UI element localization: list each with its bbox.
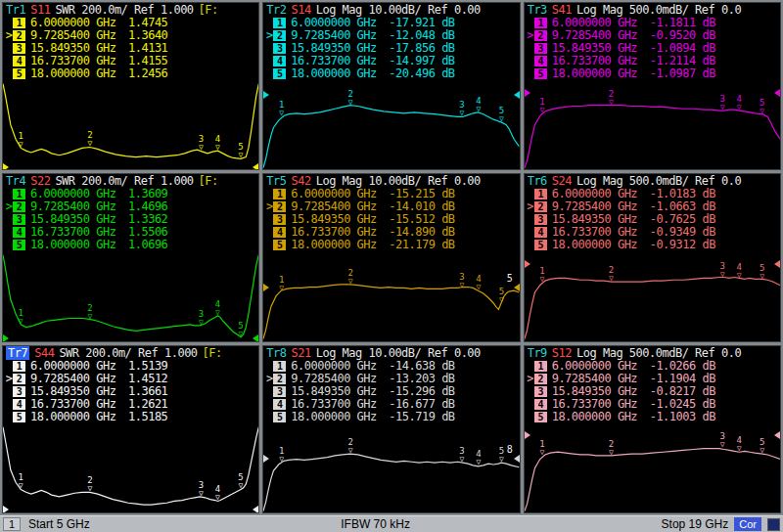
marker-frequency: 9.7285400 GHz bbox=[552, 373, 650, 385]
trace-parameter: S21 bbox=[292, 346, 311, 360]
plot-area: 1▽2▽3▽4▽5▽ bbox=[3, 80, 258, 169]
trace-curve bbox=[3, 251, 258, 340]
trace-parameter: S14 bbox=[292, 3, 311, 17]
marker-row: 518.000000 GHz-21.179 dB bbox=[263, 239, 519, 251]
trace-id: Tr7 bbox=[6, 346, 29, 360]
trace-panel: Tr1S11SWR 200.0m/ Ref 1.000[F: 16.000000… bbox=[2, 2, 259, 170]
marker-number-chip: 4 bbox=[273, 227, 286, 238]
marker-value: -15.719 dB bbox=[389, 411, 454, 423]
trace-suffix: [F: bbox=[199, 174, 218, 188]
marker-frequency: 6.0000000 GHz bbox=[552, 360, 650, 373]
marker-number-chip: 5 bbox=[13, 240, 25, 250]
marker-number-chip: 4 bbox=[534, 56, 547, 66]
trace-number-edge-label: 8 bbox=[507, 445, 513, 455]
marker-row: 315.849350 GHz-15.296 dB bbox=[263, 385, 519, 398]
marker-value: -0.8217 dB bbox=[650, 385, 715, 398]
active-marker-indicator: > bbox=[5, 200, 13, 213]
trace-scale: SWR 200.0m/ Ref 1.000 bbox=[59, 346, 197, 360]
trace-panel: Tr4S22SWR 200.0m/ Ref 1.000[F: 16.000000… bbox=[2, 173, 259, 341]
trace-title[interactable]: Tr1S11SWR 200.0m/ Ref 1.000[F: bbox=[3, 3, 258, 17]
ref-level-arrow-left-icon bbox=[263, 284, 269, 291]
marker-table: 16.0000000 GHz-1.0183 dB>29.7285400 GHz-… bbox=[525, 188, 780, 251]
marker-value: 1.3661 bbox=[128, 385, 167, 398]
marker-frequency: 6.0000000 GHz bbox=[291, 360, 389, 373]
marker-frequency: 16.733700 GHz bbox=[552, 398, 650, 411]
marker-row: 16.0000000 GHz1.5139 bbox=[3, 360, 258, 373]
ref-level-arrow-left-icon bbox=[525, 260, 530, 268]
trace-title[interactable]: Tr2S14Log Mag 10.00dB/ Ref 0.00 bbox=[263, 3, 519, 17]
trace-curve bbox=[263, 251, 519, 340]
ref-level-arrow-right-icon bbox=[514, 455, 520, 463]
trace-parameter: S12 bbox=[552, 346, 572, 360]
marker-row: 416.733700 GHz1.2621 bbox=[3, 398, 258, 411]
correction-badge[interactable]: Cor bbox=[734, 517, 761, 531]
trace-title[interactable]: Tr4S22SWR 200.0m/ Ref 1.000[F: bbox=[3, 174, 258, 188]
marker-value: 1.5185 bbox=[128, 411, 167, 423]
trace-title[interactable]: Tr7S44SWR 200.0m/ Ref 1.000[F: bbox=[3, 346, 258, 360]
marker-value: -14.638 dB bbox=[389, 360, 454, 373]
ref-level-arrow-right-icon bbox=[774, 431, 780, 439]
marker-row: 518.000000 GHz1.5185 bbox=[3, 411, 258, 423]
ref-level-arrow-left-icon bbox=[263, 455, 269, 463]
trace-panel: Tr6S24Log Mag 500.0mdB/ Ref 0.0 16.00000… bbox=[524, 173, 781, 341]
marker-number-chip: 5 bbox=[534, 412, 547, 422]
ref-level-arrow-left-icon bbox=[3, 506, 9, 513]
active-marker-indicator: > bbox=[265, 373, 273, 385]
marker-value: -1.0987 dB bbox=[650, 67, 715, 80]
marker-number-chip: 2 bbox=[13, 30, 25, 41]
trace-panel: Tr2S14Log Mag 10.00dB/ Ref 0.00 16.00000… bbox=[262, 2, 520, 170]
ifbw-label[interactable]: IFBW 70 kHz bbox=[90, 517, 662, 531]
marker-value: 1.2456 bbox=[128, 67, 167, 80]
trace-title[interactable]: Tr3S41Log Mag 500.0mdB/ Ref 0.0 bbox=[525, 3, 780, 17]
stop-frequency-label[interactable]: Stop 19 GHz bbox=[662, 517, 729, 531]
marker-number-chip: 1 bbox=[273, 189, 286, 200]
marker-value: -13.203 dB bbox=[389, 373, 454, 385]
marker-value: 1.2621 bbox=[128, 398, 167, 411]
trace-title[interactable]: Tr6S24Log Mag 500.0mdB/ Ref 0.0 bbox=[525, 174, 780, 188]
marker-number-chip: 1 bbox=[13, 189, 25, 200]
trace-panel: Tr9S12Log Mag 500.0mdB/ Ref 0.0 16.00000… bbox=[524, 345, 781, 513]
marker-row: 416.733700 GHz-16.677 dB bbox=[263, 398, 519, 411]
marker-number-chip: 1 bbox=[534, 361, 547, 372]
plot-area: 1▽2▽3▽4▽5▽ bbox=[525, 80, 780, 169]
plot-area: 1▽2▽3▽4▽5▽ bbox=[263, 80, 519, 169]
active-marker-indicator: > bbox=[527, 373, 534, 385]
start-frequency-label[interactable]: Start 5 GHz bbox=[28, 517, 90, 531]
ref-level-arrow-right-icon bbox=[774, 260, 780, 268]
marker-value: 1.5139 bbox=[128, 360, 167, 373]
marker-number-chip: 2 bbox=[534, 201, 547, 212]
status-square-icon bbox=[767, 518, 780, 531]
trace-title[interactable]: Tr5S42Log Mag 10.00dB/ Ref 0.00 bbox=[263, 174, 519, 188]
trace-title[interactable]: Tr8S21Log Mag 10.00dB/ Ref 0.00 bbox=[263, 346, 519, 360]
status-bar: 1 Start 5 GHz IFBW 70 kHz Stop 19 GHz Co… bbox=[0, 515, 783, 532]
trace-id: Tr6 bbox=[528, 174, 547, 188]
marker-number-chip: 5 bbox=[273, 412, 286, 422]
trace-curve bbox=[3, 423, 258, 512]
trace-grid: Tr1S11SWR 200.0m/ Ref 1.000[F: 16.000000… bbox=[0, 0, 783, 515]
trace-parameter: S11 bbox=[30, 3, 50, 17]
trace-parameter: S42 bbox=[292, 174, 311, 188]
active-marker-indicator: > bbox=[527, 200, 534, 213]
marker-number-chip: 2 bbox=[534, 374, 547, 384]
trace-id: Tr1 bbox=[6, 3, 25, 17]
marker-frequency: 18.000000 GHz bbox=[291, 411, 389, 423]
plot-area: 1▽2▽3▽4▽5▽ bbox=[525, 251, 780, 340]
plot-area: 1▽2▽3▽4▽5▽5 bbox=[263, 251, 519, 340]
status-left: 1 Start 5 GHz bbox=[3, 517, 90, 531]
trace-panel: Tr8S21Log Mag 10.00dB/ Ref 0.00 16.00000… bbox=[262, 345, 520, 513]
trace-curve bbox=[525, 251, 780, 340]
trace-title[interactable]: Tr9S12Log Mag 500.0mdB/ Ref 0.0 bbox=[525, 346, 780, 360]
trace-curve bbox=[263, 423, 519, 512]
marker-number-chip: 3 bbox=[273, 386, 286, 397]
trace-suffix: [F: bbox=[203, 346, 222, 360]
marker-frequency: 15.849350 GHz bbox=[30, 385, 128, 398]
trace-parameter: S41 bbox=[552, 3, 572, 17]
marker-value: -1.0245 dB bbox=[650, 398, 715, 411]
channel-indicator[interactable]: 1 bbox=[3, 517, 21, 531]
marker-frequency: 18.000000 GHz bbox=[552, 67, 650, 80]
marker-number-chip: 1 bbox=[534, 18, 547, 28]
marker-row: 16.0000000 GHz-1.0266 dB bbox=[525, 360, 780, 373]
marker-table: 16.0000000 GHz1.5139>29.7285400 GHz1.451… bbox=[3, 360, 258, 423]
marker-row: 315.849350 GHz-0.8217 dB bbox=[525, 385, 780, 398]
ref-level-arrow-right-icon bbox=[514, 284, 520, 291]
